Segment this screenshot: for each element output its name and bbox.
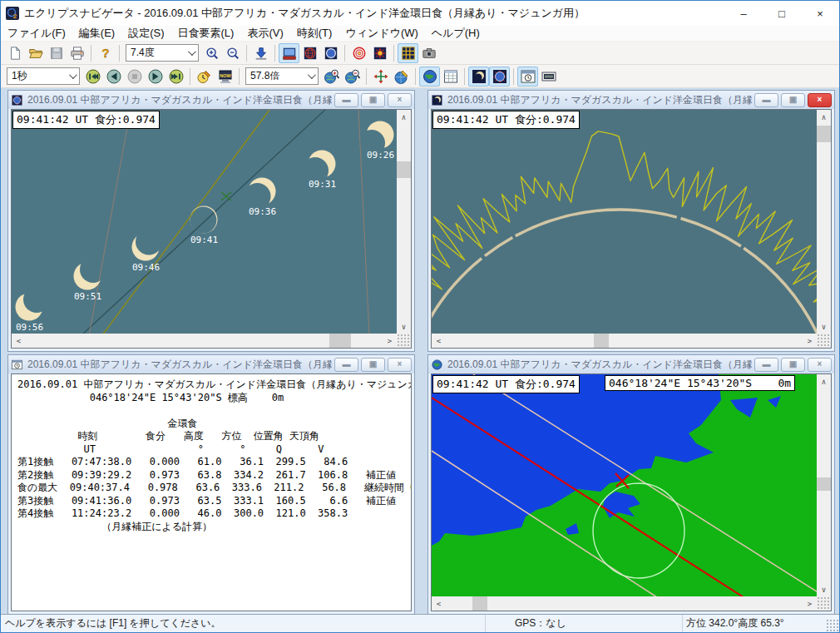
vertical-scrollbar[interactable]: ∧ ∨: [397, 110, 411, 334]
horizontal-scroll-thumb[interactable]: [594, 334, 609, 348]
play-forward-button[interactable]: [145, 67, 166, 87]
maximize-button[interactable]: □: [763, 1, 801, 26]
data-table-window-toggle[interactable]: [440, 67, 461, 87]
horizontal-scroll-thumb[interactable]: [472, 596, 487, 611]
limb-profile-titlebar[interactable]: 2016.09.01 中部アフリカ・マダガスカル・インド洋金環日食（月縁あり・マ…: [428, 91, 834, 109]
screen-view-toggle[interactable]: [279, 43, 299, 63]
close-button[interactable]: ×: [801, 1, 839, 26]
horizontal-scroll-thumb[interactable]: [329, 334, 351, 348]
new-file-button[interactable]: [4, 43, 25, 63]
menu-window[interactable]: ウィンドウ(W): [338, 26, 424, 41]
window-resize-grip[interactable]: [826, 619, 839, 632]
child-close-button[interactable]: ×: [808, 358, 832, 372]
child-restore-button[interactable]: ▣: [781, 93, 805, 107]
scroll-up-arrow[interactable]: ∧: [397, 110, 411, 124]
scroll-down-arrow[interactable]: ∨: [397, 319, 411, 334]
child-close-button[interactable]: ×: [808, 93, 832, 107]
menu-help[interactable]: ヘルプ(H): [425, 26, 487, 41]
magnification-select[interactable]: 57.8倍: [245, 67, 319, 85]
resize-grip[interactable]: [817, 596, 831, 611]
child-close-button[interactable]: ×: [388, 93, 412, 107]
step-backward-button[interactable]: [82, 67, 103, 87]
eclipse-sim-canvas[interactable]: 09:2609:3109:3609:4109:4609:5109:56 09:4…: [12, 110, 397, 334]
map-canvas[interactable]: 09:41:42 UT 食分:0.974 046°18'24"E 15°43'2…: [432, 374, 817, 596]
scroll-up-arrow[interactable]: ∧: [817, 110, 831, 124]
download-elements-button[interactable]: [250, 43, 271, 63]
save-button[interactable]: [46, 43, 67, 63]
eclipse-crescent-icon: [431, 94, 443, 106]
corona-toggle[interactable]: [369, 43, 390, 63]
map-settings-button[interactable]: [391, 67, 412, 87]
horizontal-scrollbar[interactable]: < >: [432, 334, 817, 348]
limb-profile-canvas[interactable]: 09:41:42 UT 食分:0.974: [432, 110, 817, 334]
scroll-left-arrow[interactable]: <: [12, 334, 26, 348]
time-settings-button[interactable]: [194, 67, 215, 87]
horizontal-scrollbar[interactable]: < >: [432, 596, 817, 611]
vertical-scroll-thumb[interactable]: [817, 126, 831, 142]
help-icon: [98, 46, 113, 61]
stop-button[interactable]: [124, 67, 145, 87]
child-close-button[interactable]: ×: [388, 358, 412, 372]
menu-time[interactable]: 時刻(T): [290, 26, 339, 41]
vertical-scroll-thumb[interactable]: [397, 161, 411, 178]
report-window-toggle[interactable]: [517, 67, 538, 87]
menu-file[interactable]: ファイル(F): [1, 26, 72, 41]
menu-eclipse-elements[interactable]: 日食要素(L): [171, 26, 241, 41]
now-computer-icon: [217, 68, 234, 85]
minimize-button[interactable]: –: [724, 1, 763, 26]
scroll-up-arrow[interactable]: ∧: [817, 374, 831, 388]
zoom-in-button[interactable]: [201, 43, 222, 63]
report-titlebar[interactable]: 2016.09.01 中部アフリカ・マダガスカル・インド洋金環日食（月縁あり・マ…: [8, 355, 414, 373]
child-restore-button[interactable]: ▣: [361, 358, 385, 372]
fov-select[interactable]: 7.4度: [126, 44, 199, 62]
scroll-left-arrow[interactable]: <: [432, 334, 446, 348]
scroll-left-arrow[interactable]: <: [432, 596, 446, 611]
counter-window-toggle[interactable]: [538, 67, 559, 87]
target-rings-toggle[interactable]: [348, 43, 369, 63]
play-backward-button[interactable]: [103, 67, 124, 87]
time-step-select[interactable]: 1秒: [7, 67, 80, 85]
chevron-down-icon: [188, 47, 196, 56]
step-forward-button[interactable]: [166, 67, 186, 87]
resize-grip[interactable]: [397, 334, 411, 348]
scroll-down-arrow[interactable]: ∨: [817, 582, 831, 596]
menu-settings[interactable]: 設定(S): [121, 26, 170, 41]
menu-view[interactable]: 表示(V): [240, 26, 289, 41]
child-minimize-button[interactable]: ▬: [334, 93, 358, 107]
help-button[interactable]: [95, 43, 116, 63]
scroll-right-arrow[interactable]: >: [803, 334, 817, 348]
set-now-button[interactable]: [215, 67, 235, 87]
limb-profile-window-toggle[interactable]: [489, 67, 510, 87]
main-titlebar[interactable]: エクリプスナビゲータ - 2016.09.01 中部アフリカ・マダガスカル・イン…: [1, 1, 839, 26]
horizontal-scrollbar[interactable]: < >: [12, 334, 397, 348]
menu-edit[interactable]: 編集(E): [72, 26, 121, 41]
open-file-button[interactable]: [25, 43, 46, 63]
resize-grip[interactable]: [817, 334, 831, 348]
scroll-right-arrow[interactable]: >: [803, 596, 817, 611]
print-button[interactable]: [67, 43, 87, 63]
child-restore-button[interactable]: ▣: [361, 93, 385, 107]
globe-grid-toggle[interactable]: [299, 43, 320, 63]
eclipse-sim-window-toggle[interactable]: [468, 67, 489, 87]
map-window-toggle[interactable]: [419, 67, 440, 87]
eclipse-sim-titlebar[interactable]: 2016.09.01 中部アフリカ・マダガスカル・インド洋金環日食（月縁あり・マ…: [8, 91, 414, 109]
pan-button[interactable]: [370, 67, 391, 87]
scroll-down-arrow[interactable]: ∨: [817, 319, 831, 334]
grid-overlay-toggle[interactable]: [398, 43, 418, 63]
child-minimize-button[interactable]: ▬: [334, 358, 358, 372]
scroll-right-arrow[interactable]: >: [383, 334, 397, 348]
toolbar-separator: [239, 68, 240, 85]
vertical-scroll-thumb[interactable]: [817, 477, 831, 491]
screenshot-button[interactable]: [418, 43, 439, 63]
disc-view-toggle[interactable]: [320, 43, 341, 63]
child-minimize-button[interactable]: ▬: [754, 93, 778, 107]
contact-times-report: 2016.09.01 中部アフリカ・マダガスカル・インド洋金環日食（月縁あり・マ…: [12, 374, 411, 611]
zoom-out-button[interactable]: [222, 43, 243, 63]
child-restore-button[interactable]: ▣: [781, 358, 805, 372]
child-minimize-button[interactable]: ▬: [754, 358, 778, 372]
vertical-scrollbar[interactable]: ∧ ∨: [817, 374, 831, 596]
map-zoom-out-button[interactable]: [342, 67, 363, 87]
map-zoom-in-button[interactable]: [321, 67, 342, 87]
map-titlebar[interactable]: 2016.09.01 中部アフリカ・マダガスカル・インド洋金環日食（月縁あり・マ…: [428, 355, 834, 373]
vertical-scrollbar[interactable]: ∧ ∨: [817, 110, 831, 334]
